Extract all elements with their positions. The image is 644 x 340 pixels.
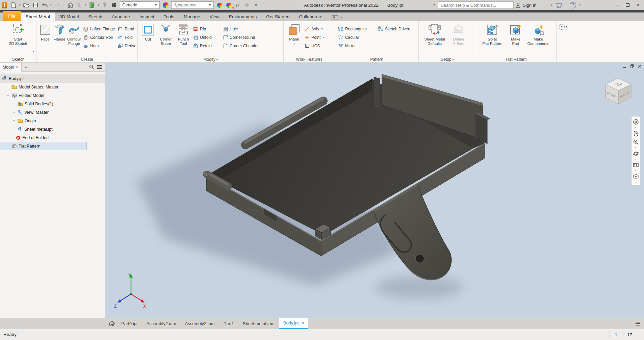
orbit-caret[interactable]: ▾: [635, 158, 637, 160]
search-input[interactable]: Search Help & Commands...: [438, 1, 514, 9]
panel-label-setup[interactable]: Setup▾: [419, 57, 476, 62]
open-button[interactable]: [22, 1, 31, 9]
start-2d-sketch-caret[interactable]: ▾: [33, 49, 34, 54]
tree-item-flat-pattern[interactable]: + Flat Pattern: [0, 142, 87, 150]
doc-close-icon[interactable]: [637, 64, 642, 69]
tab-annotate[interactable]: Annotate: [107, 12, 135, 21]
redo-button[interactable]: [53, 1, 62, 9]
fold-button[interactable]: Fold: [116, 33, 138, 42]
tree-item-sheet-metal-ipt[interactable]: + Sheet metal.ipt: [0, 125, 105, 133]
tree-item-solid-bodies[interactable]: + Solid Bodies(1): [0, 100, 105, 108]
navigation-wheel-icon[interactable]: [632, 118, 639, 126]
help-icon[interactable]: ?: [570, 2, 576, 8]
browser-search-icon[interactable]: [89, 64, 94, 70]
sheet-metal-defaults-button[interactable]: Sheet Metal Defaults: [420, 22, 449, 47]
axis-caret[interactable]: ▾: [321, 27, 323, 30]
tab-get-started[interactable]: Get Started: [261, 12, 294, 21]
undo-button[interactable]: [40, 1, 49, 9]
corner-seam-button[interactable]: Corner Seam: [156, 22, 175, 47]
make-part-button[interactable]: Make Part: [507, 22, 524, 47]
point-caret[interactable]: ▾: [323, 36, 324, 39]
tab-manage[interactable]: Manage: [179, 12, 205, 21]
tree-item-body-ipt[interactable]: Body.ipt: [0, 74, 105, 83]
sketch-driven-pattern-button[interactable]: Sketch Driven: [377, 25, 416, 33]
lofted-flange-button[interactable]: Lofted Flange: [82, 25, 116, 33]
undo-menu-caret[interactable]: ▾: [49, 3, 53, 7]
contour-roll-button[interactable]: Contour Roll: [82, 33, 116, 42]
redo-menu-caret[interactable]: ▾: [62, 3, 66, 7]
doc-tab-assembly2-a[interactable]: Assembly2.iam: [142, 318, 180, 329]
tab-tools[interactable]: Tools: [159, 12, 179, 21]
tab-sheet-metal[interactable]: Sheet Metal: [21, 12, 55, 21]
appearance-combo[interactable]: Appearance ▼: [171, 1, 214, 9]
doc-tab-sheet-metal[interactable]: Sheet metal.iam: [238, 318, 279, 329]
refold-button[interactable]: Refold: [191, 42, 221, 50]
tab-inspect[interactable]: Inspect: [135, 12, 159, 21]
tree-item-origin[interactable]: + Origin: [0, 116, 105, 125]
title-expand-arrow-icon[interactable]: ▸: [434, 2, 436, 7]
rip-button[interactable]: Rip: [191, 25, 221, 33]
doc-minimize-icon[interactable]: [622, 64, 626, 69]
cut-button[interactable]: Cut: [139, 22, 156, 43]
axis-button[interactable]: Axis ▾: [303, 25, 331, 33]
pan-hand-icon[interactable]: [632, 129, 639, 137]
tab-sketch[interactable]: Sketch: [84, 12, 107, 21]
make-components-button[interactable]: Make Components: [524, 22, 552, 47]
look-at-caret[interactable]: ▾: [635, 170, 637, 172]
tree-item-view-master[interactable]: + View: Master: [0, 108, 105, 116]
orbit-icon[interactable]: [632, 150, 639, 158]
tab-collaborate[interactable]: Collaborate: [294, 12, 327, 21]
hem-button[interactable]: Hem: [82, 42, 116, 50]
tree-expander[interactable]: +: [12, 110, 16, 115]
new-file-button[interactable]: [9, 1, 18, 9]
material-browser-button[interactable]: [88, 1, 97, 9]
view-cube[interactable]: TOP FRONT RIGHT: [601, 76, 635, 107]
plane-caret[interactable]: ▾: [293, 42, 295, 46]
point-button[interactable]: Point ▾: [303, 33, 331, 42]
tree-expander[interactable]: +: [6, 85, 10, 89]
bend-button[interactable]: Bend: [116, 25, 138, 33]
circular-pattern-button[interactable]: Circular: [337, 33, 377, 42]
doc-tab-assembly2-b[interactable]: Assembly2.iam: [181, 318, 219, 329]
qat-add-icon[interactable]: ✚: [242, 1, 251, 9]
inventor-logo-icon[interactable]: I: [2, 2, 7, 8]
clear-appearance-icon[interactable]: x: [224, 1, 233, 9]
view-cube-tool-icon[interactable]: [632, 173, 639, 181]
close-button[interactable]: ×: [635, 1, 642, 9]
punch-tool-button[interactable]: Punch Tool: [175, 22, 191, 47]
material-menu-caret[interactable]: ▾: [97, 3, 100, 7]
zoom-icon[interactable]: [632, 138, 639, 146]
home-tab-icon[interactable]: [107, 318, 117, 329]
doc-restore-icon[interactable]: [629, 64, 634, 69]
face-button[interactable]: Face: [38, 22, 52, 43]
browser-add-tab-button[interactable]: +: [22, 64, 30, 70]
ribbon-display-toggle[interactable]: ▾▾: [559, 24, 567, 30]
help-caret[interactable]: ▾: [578, 3, 582, 7]
home-button[interactable]: [66, 1, 75, 9]
qat-customize-caret[interactable]: ▼: [252, 1, 260, 9]
material-combo[interactable]: Generic ▼: [120, 1, 160, 9]
render-sphere-icon[interactable]: [110, 1, 119, 9]
rectangular-pattern-button[interactable]: Rectangular: [337, 25, 377, 33]
appearance-wheel-icon[interactable]: [161, 1, 170, 9]
new-file-menu-caret[interactable]: ▾: [18, 3, 22, 7]
start-2d-sketch-button[interactable]: Start 2D Sketch ▾: [8, 22, 28, 47]
tree-expander[interactable]: +: [6, 144, 10, 149]
ribbon-appearance-icon[interactable]: ▾: [332, 14, 343, 21]
derive-button[interactable]: Derive: [116, 42, 138, 50]
navbar-more-caret[interactable]: ▾: [635, 181, 637, 183]
sheet-metal-part-model[interactable]: [105, 63, 644, 318]
quick-measure-icon[interactable]: [75, 1, 84, 9]
navigation-wheel-caret[interactable]: ▾: [635, 127, 637, 129]
measure-menu-caret[interactable]: ▾: [84, 3, 87, 7]
tab-view[interactable]: View: [205, 12, 224, 21]
unfold-button[interactable]: Unfold: [191, 33, 221, 42]
look-at-icon[interactable]: [632, 161, 639, 169]
mirror-button[interactable]: Mirror: [337, 42, 377, 50]
plane-button[interactable]: Plane ▾: [285, 22, 303, 47]
viewport-3d[interactable]: TOP FRONT RIGHT ▾ ▾ ▾ ▾ ▾ Y X: [105, 63, 644, 318]
browser-tab-close-icon[interactable]: ×: [16, 65, 19, 70]
panel-label-modify[interactable]: Modify▾: [138, 57, 283, 62]
corner-round-button[interactable]: Corner Round: [221, 33, 268, 42]
contour-flange-button[interactable]: Contour Flange: [67, 22, 82, 47]
